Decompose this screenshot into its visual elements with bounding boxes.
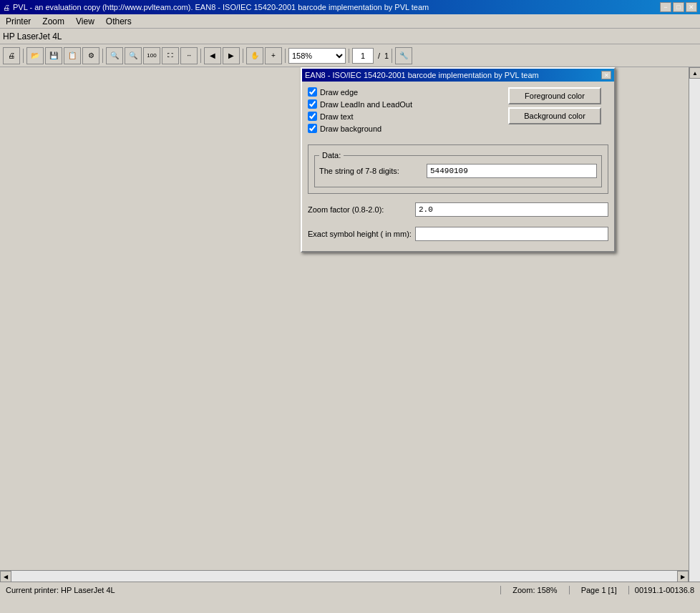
zoom-width-button[interactable]: ↔ xyxy=(180,47,198,64)
title-bar: 🖨 PVL - an evaluation copy (http://www.p… xyxy=(0,0,700,14)
dialog-body: Draw edge Draw LeadIn and LeadOut Draw t… xyxy=(302,82,614,139)
minimize-button[interactable]: − xyxy=(660,2,671,12)
prev-page-button[interactable]: ◀ xyxy=(204,47,221,64)
status-zoom: Zoom: 158% xyxy=(501,586,569,594)
zoom-field-row: Zoom factor (0.8-2.0): xyxy=(302,200,614,220)
zoom-100-button[interactable]: 100 xyxy=(143,47,160,64)
menu-bar: Printer Zoom View Others xyxy=(0,14,700,29)
draw-text-row: Draw text xyxy=(308,112,502,121)
close-button[interactable]: ✕ xyxy=(686,2,697,12)
main-wrapper: 8 digits xyxy=(0,67,700,597)
status-bar: Current printer: HP LaserJet 4L Zoom: 15… xyxy=(0,582,700,597)
height-label: Exact symbol height ( in mm): xyxy=(308,230,415,238)
status-page: Page 1 [1] xyxy=(570,586,629,594)
scroll-right-button[interactable]: ▶ xyxy=(677,571,689,582)
toolbar-separator-5 xyxy=(285,49,286,63)
zoom-select[interactable]: 158% xyxy=(288,48,346,64)
zoom-fit-button[interactable]: ⛶ xyxy=(162,47,179,64)
dialog-title-bar: EAN8 - ISO/IEC 15420-2001 barcode implem… xyxy=(302,69,614,82)
title-bar-left: 🖨 PVL - an evaluation copy (http://www.p… xyxy=(3,3,429,11)
app-icon: 🖨 xyxy=(3,4,10,11)
save-button[interactable]: 💾 xyxy=(45,47,62,64)
scroll-track[interactable] xyxy=(689,79,700,586)
printer-name: HP LaserJet 4L xyxy=(3,31,62,41)
zoom-factor-input[interactable] xyxy=(415,202,608,217)
settings-button[interactable]: 🔧 xyxy=(395,47,412,64)
menu-others[interactable]: Others xyxy=(100,16,137,26)
height-input[interactable] xyxy=(415,227,608,241)
draw-text-checkbox[interactable] xyxy=(308,112,317,121)
toolbar-separator-6 xyxy=(349,49,349,63)
string-input[interactable] xyxy=(427,164,597,178)
draw-leadln-checkbox[interactable] xyxy=(308,99,317,109)
title-bar-buttons: − □ ✕ xyxy=(660,2,697,12)
toolbar-separator-3 xyxy=(200,49,201,63)
draw-background-checkbox[interactable] xyxy=(308,124,317,133)
page-number-input[interactable] xyxy=(352,48,374,64)
toolbar-separator-7 xyxy=(392,49,392,63)
hand-button[interactable]: ✋ xyxy=(246,47,263,64)
background-color-button[interactable]: Background color xyxy=(508,107,601,124)
menu-zoom[interactable]: Zoom xyxy=(37,16,70,26)
horizontal-scrollbar[interactable]: ◀ ▶ xyxy=(0,570,689,582)
toolbar-separator-1 xyxy=(23,49,24,63)
barcode-dialog: EAN8 - ISO/IEC 15420-2001 barcode implem… xyxy=(301,67,616,252)
select-button[interactable]: + xyxy=(265,47,282,64)
zoom-factor-label: Zoom factor (0.8-2.0): xyxy=(308,205,415,214)
scroll-up-button[interactable]: ▲ xyxy=(689,67,700,79)
draw-background-row: Draw background xyxy=(308,124,502,133)
draw-leadln-row: Draw LeadIn and LeadOut xyxy=(308,99,502,109)
next-page-button[interactable]: ▶ xyxy=(223,47,240,64)
toolbar-separator-2 xyxy=(102,49,103,63)
draw-edge-label: Draw edge xyxy=(320,88,358,97)
maximize-button[interactable]: □ xyxy=(673,2,684,12)
toolbar: 🖨 📂 💾 📋 ⚙ 🔍 🔍 100 ⛶ ↔ ◀ ▶ ✋ + 158% / 1 🔧 xyxy=(0,44,700,67)
menu-view[interactable]: View xyxy=(70,16,100,26)
print-button[interactable]: 🖨 xyxy=(3,47,20,64)
dialog-title-text: EAN8 - ISO/IEC 15420-2001 barcode implem… xyxy=(305,71,539,79)
status-printer: Current printer: HP LaserJet 4L xyxy=(0,586,501,594)
dialog-close-button[interactable]: ✕ xyxy=(601,71,611,79)
data-legend: Data: xyxy=(319,151,344,160)
string-label: The string of 7-8 digits: xyxy=(319,167,427,175)
draw-edge-row: Draw edge xyxy=(308,87,502,97)
string-field-row: The string of 7-8 digits: xyxy=(319,164,597,178)
vertical-scrollbar[interactable]: ▲ ▼ xyxy=(689,67,700,597)
draw-text-label: Draw text xyxy=(320,112,353,121)
dialog-right-panel: Foreground color Background color xyxy=(508,87,608,133)
page-separator: / xyxy=(375,52,383,60)
height-field-row: Exact symbol height ( in mm): xyxy=(302,224,614,247)
status-coord: 00191.1-00136.8 xyxy=(629,586,700,594)
data-fieldset: Data: The string of 7-8 digits: xyxy=(314,151,602,187)
open-button[interactable]: 📂 xyxy=(26,47,44,64)
toolbar-separator-4 xyxy=(243,49,243,63)
draw-background-label: Draw background xyxy=(320,124,381,133)
scroll-left-button[interactable]: ◀ xyxy=(0,571,11,582)
zoom-in-button[interactable]: 🔍 xyxy=(106,47,123,64)
draw-edge-checkbox[interactable] xyxy=(308,87,317,97)
title-text: PVL - an evaluation copy (http://www.pvl… xyxy=(13,3,429,11)
dialog-left-panel: Draw edge Draw LeadIn and LeadOut Draw t… xyxy=(308,87,502,133)
menu-printer[interactable]: Printer xyxy=(0,16,37,26)
printer-bar: HP LaserJet 4L xyxy=(0,29,700,44)
hscroll-track[interactable] xyxy=(11,571,677,582)
foreground-color-button[interactable]: Foreground color xyxy=(508,87,601,104)
page-total: 1 xyxy=(384,52,389,60)
setup-button[interactable]: ⚙ xyxy=(82,47,99,64)
zoom-out-button[interactable]: 🔍 xyxy=(125,47,142,64)
data-section: Data: The string of 7-8 digits: xyxy=(308,144,608,194)
copy-button[interactable]: 📋 xyxy=(64,47,81,64)
draw-leadln-label: Draw LeadIn and LeadOut xyxy=(320,100,412,109)
